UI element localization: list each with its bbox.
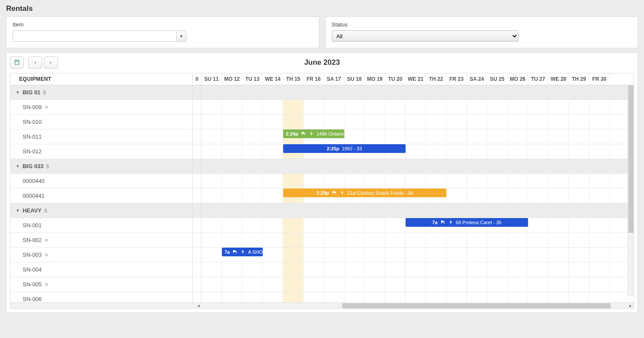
day-cell[interactable] <box>242 218 263 232</box>
day-cell[interactable] <box>304 262 324 277</box>
item-combo[interactable]: ▼ <box>13 30 186 42</box>
day-cell[interactable] <box>385 233 406 247</box>
day-cell[interactable] <box>242 203 263 218</box>
day-cell[interactable] <box>222 233 242 247</box>
day-cell[interactable] <box>569 115 589 129</box>
day-cell[interactable] <box>406 262 426 277</box>
day-cell[interactable] <box>242 115 263 129</box>
day-cell[interactable] <box>426 292 446 302</box>
day-cell[interactable] <box>548 189 569 203</box>
day-cell[interactable] <box>548 159 569 173</box>
day-cell[interactable] <box>446 292 467 302</box>
day-cell[interactable] <box>508 248 528 262</box>
day-cell[interactable] <box>222 203 242 218</box>
day-cell[interactable] <box>589 218 610 232</box>
day-cell[interactable] <box>304 115 324 129</box>
vertical-scrollbar-thumb[interactable] <box>628 85 634 233</box>
day-cell[interactable] <box>528 174 548 188</box>
day-cell[interactable] <box>426 233 446 247</box>
day-cell[interactable] <box>508 144 528 159</box>
day-cell[interactable] <box>365 262 385 277</box>
day-cell[interactable] <box>446 248 467 262</box>
day-cell[interactable] <box>487 262 508 277</box>
day-cell[interactable] <box>589 292 610 302</box>
day-cell[interactable] <box>446 129 467 144</box>
day-cell[interactable] <box>263 144 283 159</box>
day-cell[interactable] <box>406 159 426 173</box>
day-cell[interactable] <box>467 189 487 203</box>
today-button[interactable] <box>10 56 24 69</box>
day-cell[interactable] <box>222 218 242 232</box>
horizontal-scrollbar[interactable]: ◄ ► <box>10 302 634 308</box>
day-cell[interactable] <box>263 189 283 203</box>
day-cell[interactable] <box>222 174 242 188</box>
day-cell[interactable] <box>467 144 487 159</box>
day-cell[interactable] <box>548 203 569 218</box>
day-cell[interactable] <box>487 129 508 144</box>
collapse-caret-icon[interactable]: ▼ <box>16 208 20 213</box>
day-cell[interactable] <box>344 129 365 144</box>
day-cell[interactable] <box>406 203 426 218</box>
day-cell[interactable] <box>263 203 283 218</box>
day-cell[interactable] <box>548 292 569 302</box>
hscroll-right-arrow[interactable]: ► <box>627 303 634 309</box>
day-cell[interactable] <box>365 100 385 114</box>
day-cell[interactable] <box>528 100 548 114</box>
day-cell[interactable] <box>589 100 610 114</box>
day-cell[interactable] <box>201 85 222 99</box>
day-cell[interactable] <box>467 129 487 144</box>
day-cell[interactable] <box>365 174 385 188</box>
day-cell[interactable] <box>548 218 569 232</box>
day-cell[interactable] <box>426 115 446 129</box>
day-cell[interactable] <box>365 277 385 292</box>
day-cell[interactable] <box>385 203 406 218</box>
day-cell[interactable] <box>263 115 283 129</box>
day-cell[interactable] <box>344 174 365 188</box>
day-cell[interactable] <box>385 115 406 129</box>
day-cell[interactable] <box>406 129 426 144</box>
day-cell[interactable] <box>446 115 467 129</box>
day-cell[interactable] <box>283 174 304 188</box>
day-cell[interactable] <box>385 277 406 292</box>
day-cell[interactable] <box>467 262 487 277</box>
day-cell[interactable] <box>406 174 426 188</box>
day-cell[interactable] <box>385 292 406 302</box>
day-cell[interactable] <box>201 292 222 302</box>
day-cell[interactable] <box>508 233 528 247</box>
day-cell[interactable] <box>426 85 446 99</box>
day-cell[interactable] <box>426 144 446 159</box>
day-cell[interactable] <box>365 218 385 232</box>
day-cell[interactable] <box>324 248 344 262</box>
day-cell[interactable] <box>406 292 426 302</box>
day-cell[interactable] <box>385 248 406 262</box>
day-cell[interactable] <box>263 218 283 232</box>
day-cell[interactable] <box>548 174 569 188</box>
day-cell[interactable] <box>344 292 365 302</box>
day-cell[interactable] <box>344 85 365 99</box>
day-cell[interactable] <box>201 100 222 114</box>
day-cell[interactable] <box>548 262 569 277</box>
day-cell[interactable] <box>344 100 365 114</box>
day-cell[interactable] <box>487 203 508 218</box>
day-cell[interactable] <box>263 248 283 262</box>
rental-event[interactable]: 2:28p21st Century Snack Foods - 34 <box>283 189 446 197</box>
day-cell[interactable] <box>467 233 487 247</box>
day-cell[interactable] <box>283 115 304 129</box>
day-cell[interactable] <box>324 262 344 277</box>
day-cell[interactable] <box>569 292 589 302</box>
day-cell[interactable] <box>528 144 548 159</box>
day-cell[interactable] <box>324 277 344 292</box>
day-cell[interactable] <box>406 233 426 247</box>
day-cell[interactable] <box>222 159 242 173</box>
day-cell[interactable] <box>569 189 589 203</box>
day-cell[interactable] <box>324 174 344 188</box>
day-cell[interactable] <box>446 233 467 247</box>
day-cell[interactable] <box>508 115 528 129</box>
day-cell[interactable] <box>385 218 406 232</box>
day-cell[interactable] <box>569 277 589 292</box>
day-cell[interactable] <box>528 85 548 99</box>
day-cell[interactable] <box>406 277 426 292</box>
day-cell[interactable] <box>283 159 304 173</box>
day-cell[interactable] <box>222 115 242 129</box>
day-cell[interactable] <box>304 248 324 262</box>
